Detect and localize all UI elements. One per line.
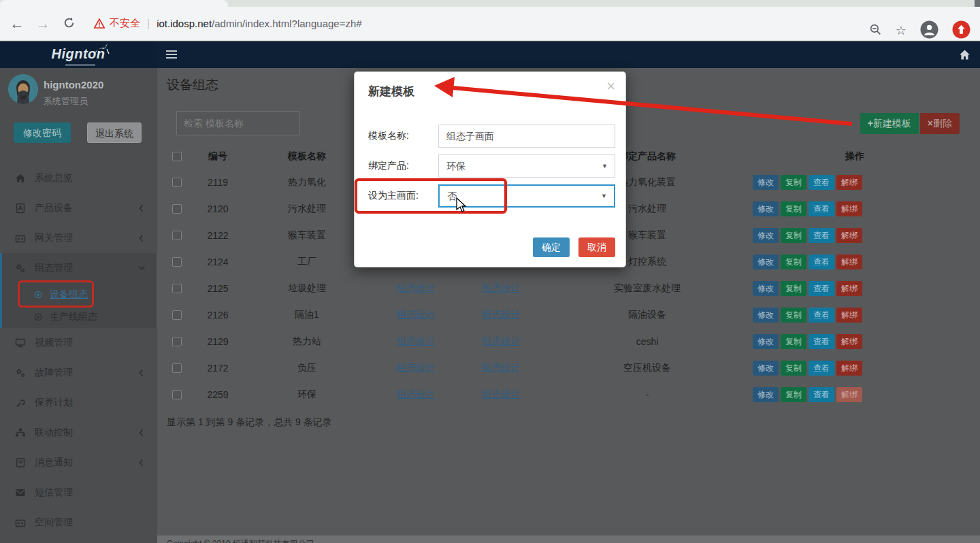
- design-link[interactable]: 组态设计: [397, 335, 435, 346]
- design-link[interactable]: 组态设计: [397, 309, 435, 320]
- action-复制-button[interactable]: 复制: [781, 308, 806, 323]
- action-复制-button[interactable]: 复制: [781, 254, 806, 269]
- action-解绑-button[interactable]: 解绑: [836, 281, 862, 296]
- action-复制-button[interactable]: 复制: [781, 361, 806, 376]
- sidebar-item-保养计划[interactable]: 保养计划: [0, 388, 157, 418]
- action-查看-button[interactable]: 查看: [808, 254, 834, 269]
- action-查看-button[interactable]: 查看: [808, 361, 834, 376]
- sidebar-item-联动控制[interactable]: 联动控制: [0, 418, 157, 448]
- action-解绑-button[interactable]: 解绑: [836, 387, 862, 402]
- sidebar-item-故障管理[interactable]: 故障管理: [0, 358, 157, 388]
- select-all-checkbox[interactable]: [172, 152, 182, 161]
- sidebar-item-空间管理[interactable]: 空间管理: [0, 508, 157, 538]
- row-checkbox[interactable]: [172, 284, 182, 293]
- sidebar-item-消息通知[interactable]: 消息通知: [0, 448, 157, 478]
- chevron-left-icon: [136, 427, 147, 438]
- browser-update-icon[interactable]: [952, 20, 970, 42]
- action-解绑-button[interactable]: 解绑: [836, 175, 862, 190]
- action-修改-button[interactable]: 修改: [753, 201, 779, 216]
- action-查看-button[interactable]: 查看: [808, 228, 834, 243]
- action-复制-button[interactable]: 复制: [781, 228, 806, 243]
- action-修改-button[interactable]: 修改: [753, 281, 779, 296]
- action-查看-button[interactable]: 查看: [808, 175, 834, 190]
- action-查看-button[interactable]: 查看: [808, 334, 834, 349]
- design-link[interactable]: 组态设计: [482, 362, 520, 373]
- modal-close-icon[interactable]: ×: [606, 78, 615, 95]
- bookmark-star-icon[interactable]: ☆: [896, 23, 906, 38]
- design-link[interactable]: 组态设计: [397, 389, 435, 399]
- cancel-button[interactable]: 取消: [578, 237, 615, 257]
- action-复制-button[interactable]: 复制: [781, 334, 806, 349]
- bind-product-select[interactable]: 环保▼: [438, 154, 615, 178]
- browser-tab[interactable]: [0, 0, 228, 7]
- app-logo[interactable]: Hignton: [0, 42, 157, 68]
- action-修改-button[interactable]: 修改: [753, 175, 779, 190]
- home-icon[interactable]: [959, 49, 970, 63]
- row-checkbox[interactable]: [172, 231, 182, 240]
- avatar: [8, 74, 38, 104]
- action-复制-button[interactable]: 复制: [781, 201, 806, 216]
- action-修改-button[interactable]: 修改: [753, 308, 779, 323]
- design-link[interactable]: 组态设计: [482, 335, 520, 346]
- template-name-input[interactable]: 组态子画面: [438, 125, 615, 148]
- design-link[interactable]: 组态设计: [482, 282, 520, 293]
- row-checkbox[interactable]: [172, 310, 182, 320]
- sidebar-subitem-生产线组态[interactable]: 生产线组态: [2, 306, 157, 328]
- action-复制-button[interactable]: 复制: [781, 281, 806, 296]
- row-checkbox[interactable]: [172, 204, 182, 214]
- back-icon[interactable]: ←: [4, 16, 30, 32]
- url-host: iot.idosp.net: [157, 18, 212, 29]
- address-bar[interactable]: 不安全 | iot.idosp.net/admin/index.html?lan…: [94, 17, 362, 30]
- row-checkbox[interactable]: [172, 178, 182, 187]
- forward-icon[interactable]: →: [30, 16, 56, 32]
- cell-actions: 修改复制查看解绑: [749, 281, 960, 296]
- action-修改-button[interactable]: 修改: [753, 387, 779, 402]
- sidebar-item-短信管理[interactable]: 短信管理: [0, 478, 157, 508]
- user-name: hignton2020: [44, 79, 103, 90]
- row-checkbox[interactable]: [172, 257, 182, 267]
- action-解绑-button[interactable]: 解绑: [836, 228, 862, 243]
- new-template-button[interactable]: +新建模板: [860, 113, 919, 134]
- bind-product-label: 绑定产品:: [368, 160, 438, 172]
- search-input[interactable]: [176, 111, 300, 135]
- sidebar-toggle-icon[interactable]: [166, 50, 177, 59]
- design-link[interactable]: 组态设计: [482, 389, 520, 399]
- action-查看-button[interactable]: 查看: [808, 281, 834, 296]
- reload-icon[interactable]: [56, 16, 82, 32]
- action-修改-button[interactable]: 修改: [753, 361, 779, 376]
- sidebar-subitem-设备组态[interactable]: 设备组态: [2, 283, 157, 306]
- sidebar-item-组态管理[interactable]: 组态管理: [2, 253, 157, 283]
- logout-button[interactable]: 退出系统: [87, 122, 142, 143]
- row-checkbox[interactable]: [172, 337, 182, 346]
- action-解绑-button[interactable]: 解绑: [836, 308, 862, 323]
- design-link[interactable]: 组态设计: [397, 282, 435, 293]
- design-link[interactable]: 组态设计: [482, 309, 520, 320]
- action-复制-button[interactable]: 复制: [781, 175, 806, 190]
- action-修改-button[interactable]: 修改: [753, 228, 779, 243]
- action-解绑-button[interactable]: 解绑: [836, 361, 862, 376]
- browser-profile-icon[interactable]: [920, 20, 938, 42]
- sidebar-item-产品设备[interactable]: 产品设备: [0, 193, 157, 223]
- new-template-modal: 新建模板 × 模板名称: 组态子画面 绑定产品: 环保▼ 设为主画面: 否▼ 确…: [354, 71, 626, 267]
- action-复制-button[interactable]: 复制: [781, 387, 806, 402]
- action-解绑-button[interactable]: 解绑: [836, 334, 862, 349]
- action-查看-button[interactable]: 查看: [808, 201, 834, 216]
- sidebar-item-系统总览[interactable]: 系统总览: [0, 163, 157, 193]
- action-修改-button[interactable]: 修改: [753, 254, 779, 269]
- sidebar-item-视频管理[interactable]: 视频管理: [0, 328, 157, 358]
- confirm-button[interactable]: 确定: [533, 237, 570, 257]
- logo-subtitle: [65, 64, 95, 66]
- action-查看-button[interactable]: 查看: [808, 308, 834, 323]
- main-screen-select[interactable]: 否▼: [438, 184, 615, 208]
- action-查看-button[interactable]: 查看: [808, 387, 834, 402]
- action-解绑-button[interactable]: 解绑: [836, 254, 862, 269]
- action-解绑-button[interactable]: 解绑: [836, 201, 862, 216]
- zoom-out-icon[interactable]: [869, 23, 882, 39]
- change-password-button[interactable]: 修改密码: [14, 122, 71, 143]
- design-link[interactable]: 组态设计: [397, 362, 435, 373]
- action-修改-button[interactable]: 修改: [753, 334, 779, 349]
- row-checkbox[interactable]: [172, 363, 182, 373]
- delete-button[interactable]: ×删除: [920, 113, 960, 134]
- row-checkbox[interactable]: [172, 390, 182, 399]
- sidebar-item-网关管理[interactable]: 网关管理: [0, 223, 157, 253]
